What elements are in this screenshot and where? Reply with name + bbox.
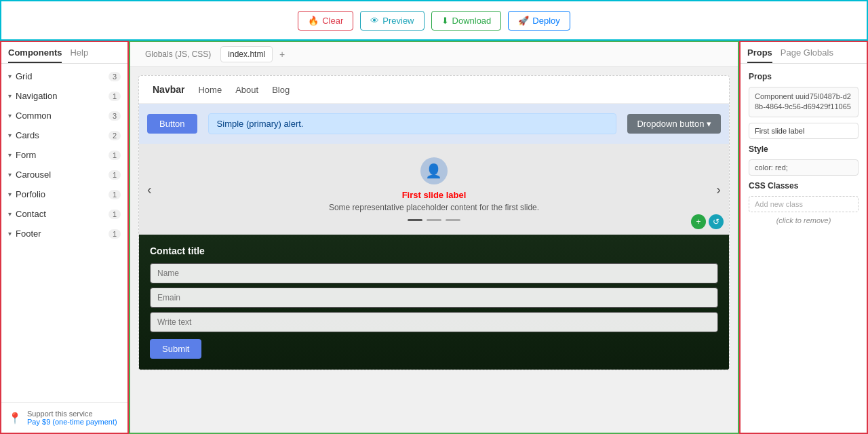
remove-hint: (click to remove) xyxy=(749,216,859,224)
tab-help[interactable]: Help xyxy=(70,47,88,63)
carousel-prev-button[interactable]: ‹ xyxy=(147,182,152,197)
support-link[interactable]: Pay $9 (one-time payment) xyxy=(27,418,117,426)
tab-components[interactable]: Components xyxy=(8,47,62,63)
sidebar-item-cards[interactable]: ▾ Cards 2 xyxy=(1,125,127,145)
rocket-icon: 🚀 xyxy=(518,16,529,26)
carousel-action-buttons: + ↺ xyxy=(691,214,724,229)
carousel-dot-2[interactable] xyxy=(427,219,441,221)
chevron-icon: ▾ xyxy=(8,191,12,198)
canvas-content-area[interactable]: Navbar Home About Blog Button Simple (pr… xyxy=(130,67,738,433)
preview-button[interactable]: 👁 Preview xyxy=(360,11,424,31)
person-icon: 👤 xyxy=(425,163,442,179)
carousel-avatar: 👤 xyxy=(420,157,448,184)
sidebar-tabs: Components Help xyxy=(1,42,127,64)
style-value-field[interactable]: color: red; xyxy=(749,159,859,176)
right-panel: Props Page Globals Props Component uuid7… xyxy=(739,41,868,434)
props-section-title: Props xyxy=(749,72,859,81)
preview-contact-section: Contact title Submit xyxy=(139,235,729,370)
chevron-icon: ▾ xyxy=(8,132,12,139)
sidebar-item-common[interactable]: ▾ Common 3 xyxy=(1,106,127,125)
chevron-icon: ▾ xyxy=(8,171,12,178)
preview-dropdown-component[interactable]: Dropdown button ▾ xyxy=(627,114,721,134)
eye-icon: 👁 xyxy=(370,16,379,26)
preview-alert-component: Simple (primary) alert. xyxy=(208,113,617,134)
preview-button-component[interactable]: Button xyxy=(147,114,197,134)
tab-props[interactable]: Props xyxy=(747,47,772,63)
support-section: 📍 Support this service Pay $9 (one-time … xyxy=(1,402,127,433)
chevron-icon: ▾ xyxy=(8,210,12,218)
tab-index-html[interactable]: index.html xyxy=(220,46,273,62)
sidebar-item-form[interactable]: ▾ Form 1 xyxy=(1,145,127,165)
download-button[interactable]: ⬇ Download xyxy=(431,11,502,31)
deploy-button[interactable]: 🚀 Deploy xyxy=(508,11,570,31)
contact-email-input[interactable] xyxy=(150,288,718,308)
navbar-link-home[interactable]: Home xyxy=(198,85,222,95)
left-sidebar: Components Help ▾ Grid 3 ▾ Navigation xyxy=(0,41,129,434)
chevron-icon: ▾ xyxy=(8,151,12,159)
navbar-link-blog[interactable]: Blog xyxy=(272,85,290,95)
sidebar-item-contact[interactable]: ▾ Contact 1 xyxy=(1,204,127,224)
carousel-slide-title: First slide label xyxy=(329,190,539,200)
right-content: Props Component uuid75l0487b-d28b-4864-9… xyxy=(741,64,867,233)
preview-navbar: Navbar Home About Blog xyxy=(139,76,729,104)
css-classes-section-title: CSS Classes xyxy=(749,181,859,191)
carousel-slide-text: Some representative placeholder content … xyxy=(329,203,539,212)
navbar-link-about[interactable]: About xyxy=(235,85,258,95)
preview-components-row: Button Simple (primary) alert. Dropdown … xyxy=(139,104,729,144)
chevron-icon: ▾ xyxy=(8,73,12,80)
carousel-add-button[interactable]: + xyxy=(691,214,706,229)
contact-title: Contact title xyxy=(150,245,718,256)
carousel-dot-3[interactable] xyxy=(446,219,460,221)
carousel-dots xyxy=(329,219,539,221)
sidebar-item-footer[interactable]: ▾ Footer 1 xyxy=(1,224,127,243)
toolbar: 🔥 Clear 👁 Preview ⬇ Download 🚀 Deploy xyxy=(0,0,868,41)
clear-button[interactable]: 🔥 Clear xyxy=(298,11,353,31)
carousel-next-button[interactable]: › xyxy=(716,182,721,197)
carousel-slide-content: 👤 First slide label Some representative … xyxy=(329,157,539,221)
first-slide-label-field[interactable]: First slide label xyxy=(749,123,859,139)
chevron-icon: ▾ xyxy=(8,230,12,237)
support-icon: 📍 xyxy=(8,412,22,425)
sidebar-item-carousel[interactable]: ▾ Carousel 1 xyxy=(1,165,127,184)
canvas-tab-bar: Globals (JS, CSS) index.html + xyxy=(130,42,738,67)
carousel-edit-button[interactable]: ↺ xyxy=(709,214,724,229)
sidebar-items-list: ▾ Grid 3 ▾ Navigation 1 ▾ Common xyxy=(1,64,127,402)
sidebar-item-grid[interactable]: ▾ Grid 3 xyxy=(1,66,127,86)
contact-content: Contact title Submit xyxy=(150,245,718,359)
carousel-dot-1[interactable] xyxy=(408,219,422,221)
right-tabs: Props Page Globals xyxy=(741,42,867,64)
contact-submit-button[interactable]: Submit xyxy=(150,339,201,359)
contact-message-input[interactable] xyxy=(150,312,718,332)
chevron-icon: ▾ xyxy=(8,112,12,119)
download-icon: ⬇ xyxy=(441,16,449,26)
preview-frame: Navbar Home About Blog Button Simple (pr… xyxy=(138,75,730,370)
navbar-brand: Navbar xyxy=(153,84,184,95)
center-canvas: Globals (JS, CSS) index.html + Navbar Ho… xyxy=(129,41,739,434)
add-class-input[interactable]: Add new class xyxy=(749,196,859,212)
main-layout: Components Help ▾ Grid 3 ▾ Navigation xyxy=(0,41,868,434)
preview-carousel: ‹ 👤 First slide label Some representativ… xyxy=(139,144,729,235)
component-id-field: Component uuid75l0487b-d28b-4864-9c56-d6… xyxy=(749,87,859,117)
tab-page-globals[interactable]: Page Globals xyxy=(781,47,833,63)
fire-icon: 🔥 xyxy=(308,16,319,26)
sidebar-item-porfolio[interactable]: ▾ Porfolio 1 xyxy=(1,184,127,204)
contact-name-input[interactable] xyxy=(150,263,718,283)
tab-globals[interactable]: Globals (JS, CSS) xyxy=(138,47,218,62)
sidebar-item-navigation[interactable]: ▾ Navigation 1 xyxy=(1,86,127,106)
style-section-title: Style xyxy=(749,144,859,154)
chevron-icon: ▾ xyxy=(8,92,12,100)
add-tab-button[interactable]: + xyxy=(275,46,289,62)
